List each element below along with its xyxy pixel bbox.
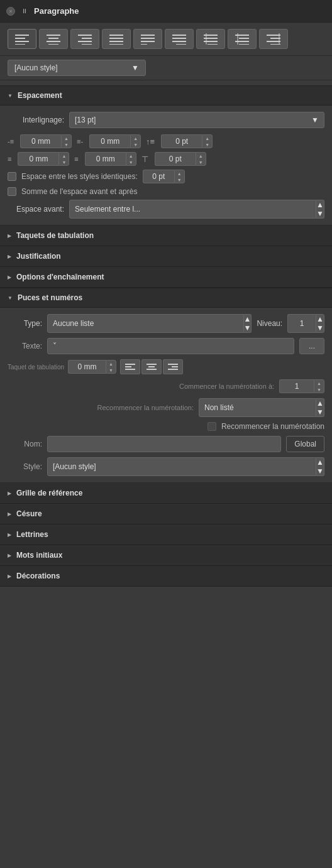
taquet-input[interactable] xyxy=(68,360,106,374)
espace-styles-down[interactable]: ▼ xyxy=(175,176,184,183)
panel-title: Paragraphe xyxy=(34,6,79,16)
taquet-align-center[interactable] xyxy=(141,359,162,374)
commencer-down[interactable]: ▼ xyxy=(314,386,324,393)
align-right2-button[interactable] xyxy=(228,29,257,49)
align-left-button[interactable] xyxy=(8,29,36,49)
indent-left-down[interactable]: ▼ xyxy=(59,159,69,165)
indent-right-spinner[interactable]: ▲ ▼ xyxy=(85,152,136,166)
space-before-input[interactable] xyxy=(161,134,202,148)
somme-checkbox[interactable] xyxy=(8,187,16,196)
espace-styles-up[interactable]: ▲ xyxy=(175,170,184,176)
niveau-arrows[interactable]: ▲ ▼ xyxy=(316,314,324,333)
type-down[interactable]: ▼ xyxy=(244,323,252,332)
interlignage-label: Interlignage: xyxy=(8,116,64,124)
indent-right-input[interactable] xyxy=(85,152,126,166)
justification-section[interactable]: ▶ Justification xyxy=(0,246,332,267)
svg-rect-26 xyxy=(204,41,218,42)
espace-styles-checkbox[interactable] xyxy=(8,172,16,181)
before-para-right-input[interactable] xyxy=(89,134,130,148)
somme-label: Somme de l'espace avant et après xyxy=(21,187,137,196)
texte-label: Texte: xyxy=(8,342,42,350)
space-before-down[interactable]: ▼ xyxy=(202,141,212,148)
align-justify3-button[interactable] xyxy=(165,29,194,49)
recommencer-arrows[interactable]: ▲ ▼ xyxy=(316,398,324,417)
lettrines-arrow-icon: ▶ xyxy=(8,532,11,538)
indent-left-up[interactable]: ▲ xyxy=(59,153,69,159)
style-up-puces[interactable]: ▲ xyxy=(316,458,324,467)
decorations-section[interactable]: ▶ Décorations xyxy=(0,566,332,587)
before-para-left-down[interactable]: ▼ xyxy=(62,141,71,148)
commencer-spinner[interactable]: ▲ ▼ xyxy=(279,379,324,393)
type-dropdown[interactable]: Aucune liste xyxy=(47,314,244,333)
style-down-puces[interactable]: ▼ xyxy=(316,467,324,475)
before-para-right-up[interactable]: ▲ xyxy=(131,135,140,141)
taquet-align-right[interactable] xyxy=(163,359,183,374)
align-justify4-button[interactable] xyxy=(196,29,225,49)
indent-right-down[interactable]: ▼ xyxy=(126,159,136,165)
lettrines-section[interactable]: ▶ Lettrines xyxy=(0,524,332,545)
taquet-spinner[interactable]: ▲ ▼ xyxy=(68,360,116,374)
recommencer-dropdown[interactable]: Non listé xyxy=(199,398,316,417)
cesure-section[interactable]: ▶ Césure xyxy=(0,504,332,524)
before-para-left-up[interactable]: ▲ xyxy=(62,135,71,141)
espace-avant-arrows[interactable]: ▲ ▼ xyxy=(316,200,324,219)
style-dropdown-puces[interactable]: [Aucun style] xyxy=(47,457,316,476)
niveau-input[interactable] xyxy=(287,314,316,333)
before-para-right-down[interactable]: ▼ xyxy=(131,141,140,148)
indent-left-input[interactable] xyxy=(18,152,58,166)
type-arrows[interactable]: ▲ ▼ xyxy=(244,314,252,333)
espace-avant-down[interactable]: ▼ xyxy=(316,209,324,218)
space-after-down[interactable]: ▼ xyxy=(196,159,206,165)
before-para-left-spinner[interactable]: ▲ ▼ xyxy=(20,134,72,148)
global-button[interactable]: Global xyxy=(286,436,324,452)
texte-browse-button[interactable]: ... xyxy=(299,338,324,354)
interlignage-dropdown[interactable]: [13 pt] ▼ xyxy=(69,112,324,128)
indent-left-spinner[interactable]: ▲ ▼ xyxy=(18,152,69,166)
nom-input[interactable] xyxy=(47,436,281,452)
align-right3-button[interactable] xyxy=(259,29,288,49)
espace-styles-input[interactable] xyxy=(143,170,174,183)
espace-styles-spinner[interactable]: ▲ ▼ xyxy=(143,170,185,183)
espace-avant-up[interactable]: ▲ xyxy=(316,200,324,209)
space-after-input[interactable] xyxy=(155,152,196,166)
taquet-up[interactable]: ▲ xyxy=(106,361,116,367)
space-before-spinner[interactable]: ▲ ▼ xyxy=(161,134,213,148)
align-center-button[interactable] xyxy=(39,29,68,49)
options-section[interactable]: ▶ Options d'enchaînement xyxy=(0,267,332,288)
svg-rect-27 xyxy=(208,44,218,45)
niveau-down[interactable]: ▼ xyxy=(316,323,324,332)
recommencer-down[interactable]: ▼ xyxy=(316,408,324,416)
niveau-up[interactable]: ▲ xyxy=(316,315,324,323)
space-after-spinner[interactable]: ▲ ▼ xyxy=(155,152,206,166)
before-para-right-spinner[interactable]: ▲ ▼ xyxy=(89,134,141,148)
taquet-down[interactable]: ▼ xyxy=(106,367,116,373)
recommencer-up[interactable]: ▲ xyxy=(316,399,324,408)
puces-header[interactable]: ▼ Puces et numéros xyxy=(0,288,332,308)
pause-button[interactable]: ⏸ xyxy=(20,7,29,16)
svg-rect-44 xyxy=(147,369,157,370)
before-para-left-input[interactable] xyxy=(20,134,61,148)
taquet-align-left[interactable] xyxy=(120,359,140,374)
texte-input[interactable]: ˅ xyxy=(47,338,294,354)
space-before-up[interactable]: ▲ xyxy=(202,135,212,141)
espace-avant-dropdown[interactable]: Seulement entre l... xyxy=(69,200,316,219)
niveau-wrap: ▲ ▼ xyxy=(287,314,324,333)
align-justify-button[interactable] xyxy=(102,29,131,49)
recommencer-checkbox[interactable] xyxy=(208,422,216,431)
mots-section[interactable]: ▶ Mots initiaux xyxy=(0,545,332,566)
taquets-section[interactable]: ▶ Taquets de tabulation xyxy=(0,225,332,246)
style-value-puces: [Aucun style] xyxy=(53,462,96,471)
style-dropdown[interactable]: [Aucun style] ▼ xyxy=(8,60,146,76)
espacement-header[interactable]: ▼ Espacement xyxy=(0,85,332,106)
commencer-input[interactable] xyxy=(279,379,314,393)
style-puces-arrows[interactable]: ▲ ▼ xyxy=(316,457,324,476)
commencer-up[interactable]: ▲ xyxy=(314,380,324,386)
grille-section[interactable]: ▶ Grille de référence xyxy=(0,483,332,504)
align-right-button[interactable] xyxy=(70,29,99,49)
indent-right-up[interactable]: ▲ xyxy=(126,153,136,159)
space-after-up[interactable]: ▲ xyxy=(196,153,206,159)
align-justify2-button[interactable] xyxy=(133,29,162,49)
type-up[interactable]: ▲ xyxy=(244,315,252,323)
title-bar: × ⏸ Paragraphe xyxy=(0,0,332,23)
close-button[interactable]: × xyxy=(6,7,15,16)
